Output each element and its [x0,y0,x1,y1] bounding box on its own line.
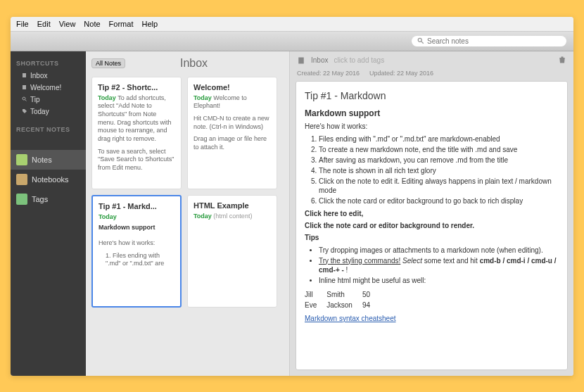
app-window: File Edit View Note Format Help SHORTCUT… [11,17,573,376]
toolbar [11,32,573,51]
svg-rect-3 [23,85,26,89]
search-icon [22,96,27,102]
nav-label: Notebooks [32,175,69,184]
shortcut-label: Today [30,108,49,115]
tag-prompt[interactable]: click to add tags [334,56,384,64]
list-header: All Notes Inbox [91,57,284,70]
card-snippet: To save a search, select "Save Search to… [98,148,175,172]
detail-notebook[interactable]: Inbox [311,56,328,64]
svg-line-1 [421,42,424,44]
step: Click on the note to edit it. Editing al… [319,177,559,195]
recent-header: RECENT NOTES [11,123,86,136]
card-title: Tip #1 - Markd... [99,202,174,210]
note-icon [22,84,27,90]
card-snippet: Here's how it works: [99,239,174,248]
list-title: Inbox [132,57,255,70]
table-row: EveJackson94 [305,300,380,310]
card-date: Today [99,213,117,220]
step: After saving as markdown, you can remove… [319,156,559,165]
notebooks-icon [16,174,27,185]
detail-meta: Created: 22 May 2016 Updated: 22 May 201… [290,70,573,81]
svg-rect-2 [23,73,26,77]
nav-label: Notes [32,156,52,164]
svg-line-5 [25,100,27,101]
step: To create a new markdown note, end the t… [319,145,559,154]
steps-list: Files ending with ".md" or ".md.txt" are… [319,134,559,206]
note-h2: Markdown support [305,108,559,118]
tags-icon [16,194,27,205]
search-input[interactable] [427,37,561,45]
note-card-selected[interactable]: Tip #1 - Markd... Today Markdown support… [91,195,182,308]
tips-list: Try dropping images or attachments to a … [319,246,559,285]
step: Click the note card or editor background… [319,196,559,206]
nav-notes[interactable]: Notes [11,150,86,170]
notes-icon [16,154,27,165]
svg-point-0 [418,38,421,42]
menu-edit[interactable]: Edit [37,20,51,28]
shortcut-label: Tip [30,96,40,103]
menu-help[interactable]: Help [141,20,158,28]
step: Files ending with ".md" or ".md.txt" are… [319,134,559,144]
menu-note[interactable]: Note [84,20,100,28]
click-render: Click the note card or editor background… [305,222,559,229]
trash-icon [558,56,566,64]
tip: Try the styling commands! Select some te… [319,256,559,274]
shortcuts-header: SHORTCUTS [11,57,86,70]
note-card[interactable]: Tip #2 - Shortc... Today To add shortcut… [91,77,182,189]
svg-rect-6 [298,57,304,63]
card-snippet: Markdown support [99,224,174,232]
tips-header: Tips [305,234,559,241]
created-date: Created: 22 May 2016 [297,70,360,77]
card-snippet: 1. Files ending with ".md" or ".md.txt" … [99,252,174,268]
card-snippet: Drag an image or file here to attach it. [193,135,271,151]
card-title: HTML Example [193,201,271,210]
click-edit: Click here to edit, [305,210,559,217]
shortcut-label: Welcome! [30,84,61,91]
tip: Inline html might be useful as well: [319,276,559,285]
all-notes-button[interactable]: All Notes [91,58,125,68]
menubar: File Edit View Note Format Help [11,17,573,32]
nav-label: Tags [32,195,48,203]
menu-view[interactable]: View [59,20,76,28]
menu-format[interactable]: Format [109,20,134,28]
tag-icon [22,108,27,114]
note-intro: Here's how it works: [305,122,559,130]
search-box[interactable] [412,36,566,46]
cheatsheet-link[interactable]: Markdown syntax cheatsheet [305,315,396,322]
shortcut-inbox[interactable]: Inbox [11,70,86,82]
card-grid: Tip #2 - Shortc... Today To add shortcut… [91,77,284,308]
example-table: JillSmith50 EveJackson94 [305,289,380,310]
detail-pane: Inbox click to add tags Created: 22 May … [290,51,573,376]
shortcut-welcome[interactable]: Welcome! [11,82,86,94]
shortcut-today[interactable]: Today [11,106,86,118]
main-body: SHORTCUTS Inbox Welcome! Tip Today RECEN… [11,51,573,376]
menu-file[interactable]: File [16,20,29,28]
note-title[interactable]: Tip #1 - Markdown [305,90,559,101]
trash-button[interactable] [558,56,566,65]
note-card[interactable]: HTML Example Today (html content) [187,195,277,308]
card-snippet: (html content) [213,213,252,220]
svg-point-4 [23,97,25,100]
note-card[interactable]: Welcome! Today Welcome to Elephant! Hit … [187,77,277,189]
card-snippet: Hit CMD-N to create a new note. (Ctrl-n … [193,115,271,131]
card-date: Today [98,94,116,101]
nav-tags[interactable]: Tags [11,189,86,209]
card-title: Tip #2 - Shortc... [98,83,175,91]
table-row: JillSmith50 [305,289,380,300]
nav-notebooks[interactable]: Notebooks [11,170,86,189]
card-date: Today [193,213,212,220]
step: The note is shown in all rich text glory [319,166,559,175]
tip: Try dropping images or attachments to a … [319,246,559,255]
search-icon [417,37,424,44]
card-title: Welcome! [193,83,271,91]
detail-header: Inbox click to add tags [290,51,573,70]
note-content[interactable]: Tip #1 - Markdown Markdown support Here'… [296,81,568,370]
card-date: Today [193,94,212,101]
shortcut-tip[interactable]: Tip [11,94,86,106]
shortcut-label: Inbox [30,72,47,80]
note-list: All Notes Inbox Tip #2 - Shortc... Today… [86,51,290,376]
notebook-icon [297,56,305,65]
sidebar: SHORTCUTS Inbox Welcome! Tip Today RECEN… [11,51,86,376]
updated-date: Updated: 22 May 2016 [369,70,433,77]
book-icon [22,72,27,78]
